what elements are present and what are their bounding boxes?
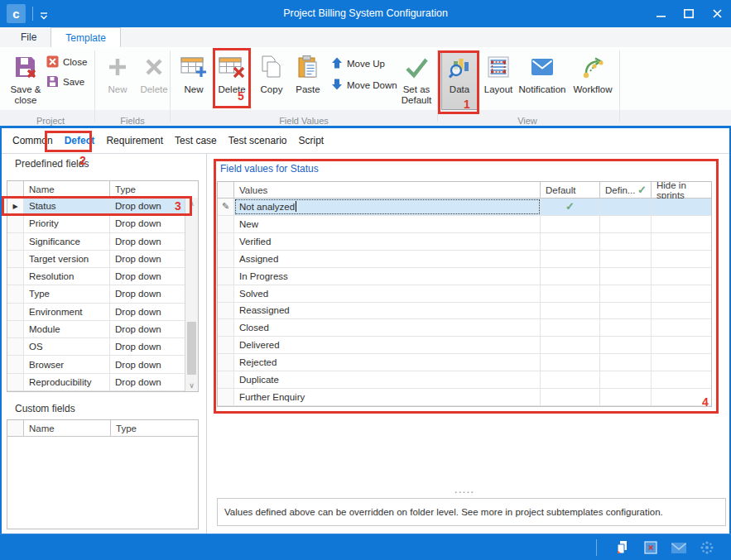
- notification-view-button[interactable]: Notification: [517, 50, 568, 110]
- table-row[interactable]: ModuleDrop down: [7, 321, 185, 338]
- table-row[interactable]: ResolutionDrop down: [7, 268, 185, 285]
- cell-type[interactable]: Drop down: [110, 374, 185, 390]
- cell-name[interactable]: Resolution: [24, 268, 110, 285]
- new-value-button[interactable]: New: [177, 50, 210, 110]
- group-caption-fields: Fields: [95, 116, 170, 126]
- ribbon-tab-file[interactable]: File: [7, 27, 50, 47]
- table-row[interactable]: SignificanceDrop down: [7, 233, 185, 251]
- cell-name[interactable]: Browser: [24, 356, 110, 372]
- cell-name[interactable]: Environment: [24, 304, 110, 320]
- predefined-grid-header: Name Type: [7, 181, 185, 198]
- row-indicator: [7, 356, 24, 372]
- cell-type[interactable]: Drop down: [110, 215, 185, 232]
- workflow-status-icon[interactable]: [698, 538, 716, 557]
- title-bar: c Project Billing System Configuration: [0, 0, 731, 27]
- copy-template-icon[interactable]: [613, 538, 632, 557]
- move-down-button[interactable]: Move Down: [331, 77, 397, 93]
- move-up-icon: [331, 57, 343, 70]
- column-header-name[interactable]: Name: [24, 420, 111, 436]
- layout-view-icon: [486, 53, 511, 81]
- maximize-button[interactable]: [675, 0, 703, 27]
- set-as-default-button[interactable]: Set as Default: [396, 50, 437, 110]
- cell-type[interactable]: Drop down: [110, 338, 185, 355]
- copy-icon: [260, 53, 283, 81]
- ribbon-tab-template[interactable]: Template: [50, 27, 121, 47]
- annotation-number-3: 3: [175, 199, 181, 213]
- annotation-number-5: 5: [238, 89, 244, 103]
- tab-requirement[interactable]: Requirement: [100, 135, 169, 146]
- close-project-icon: [46, 55, 59, 69]
- minimize-button[interactable]: [647, 0, 675, 27]
- custom-fields-grid: Name Type: [7, 419, 199, 529]
- row-indicator: [7, 321, 24, 337]
- mail-status-icon[interactable]: [670, 538, 688, 557]
- workflow-view-icon: [580, 53, 605, 81]
- custom-fields-title: Custom fields: [15, 403, 75, 414]
- table-row[interactable]: OSDrop down: [7, 338, 185, 356]
- close-project-button[interactable]: Close: [46, 54, 87, 70]
- cell-name[interactable]: Reproducibility: [24, 374, 110, 390]
- status-bar: [0, 534, 731, 560]
- window-border-left: [0, 128, 2, 534]
- cell-name[interactable]: Target version: [24, 251, 110, 267]
- tab-test-scenario[interactable]: Test scenario: [223, 135, 293, 146]
- table-row[interactable]: TypeDrop down: [7, 285, 185, 303]
- new-value-icon: [180, 53, 207, 81]
- scrollbar-thumb[interactable]: [187, 322, 196, 375]
- vertical-scrollbar[interactable]: ∧ ∨: [185, 198, 198, 391]
- template-tab-strip: CommonDefectRequirementTest caseTest sce…: [0, 128, 731, 154]
- scroll-down-icon[interactable]: ∨: [185, 380, 198, 391]
- custom-grid-body[interactable]: [7, 437, 198, 529]
- table-row[interactable]: EnvironmentDrop down: [7, 304, 185, 321]
- copy-button[interactable]: Copy: [255, 50, 288, 110]
- group-separator: [619, 50, 620, 122]
- tab-test-case[interactable]: Test case: [169, 135, 223, 146]
- close-button[interactable]: [703, 0, 731, 27]
- footer-note: Values defined above can be overridden o…: [217, 498, 726, 526]
- cell-type[interactable]: Drop down: [110, 304, 185, 320]
- cell-name[interactable]: OS: [24, 338, 110, 355]
- panel-divider: [206, 154, 207, 534]
- splitter-handle[interactable]: .....: [217, 486, 712, 495]
- delete-field-icon: [142, 53, 166, 81]
- new-field-button: New: [101, 50, 134, 110]
- table-row[interactable]: PriorityDrop down: [7, 215, 185, 232]
- layout-view-button[interactable]: Layout: [481, 50, 516, 110]
- table-row[interactable]: BrowserDrop down: [7, 356, 185, 373]
- workflow-view-button[interactable]: Workflow: [570, 50, 616, 110]
- move-up-button[interactable]: Move Up: [331, 55, 385, 72]
- row-indicator: [7, 285, 24, 302]
- row-indicator: [7, 268, 24, 285]
- cell-type[interactable]: Drop down: [110, 285, 185, 302]
- save-button[interactable]: Save: [46, 74, 84, 90]
- column-header-type[interactable]: Type: [111, 420, 198, 436]
- row-indicator: [7, 251, 24, 267]
- cell-type[interactable]: Drop down: [110, 321, 185, 337]
- ribbon-tab-row: FileTemplate: [0, 27, 731, 47]
- cell-type[interactable]: Drop down: [110, 251, 185, 267]
- cell-name[interactable]: Priority: [24, 215, 110, 232]
- tab-script[interactable]: Script: [292, 135, 329, 146]
- annotation-box-defect: [45, 131, 92, 152]
- annotation-number-1: 1: [464, 98, 470, 111]
- window-controls: [647, 0, 731, 27]
- ribbon: Save & close Close Save New Delete New: [0, 47, 731, 126]
- group-caption-field-values: Field Values: [171, 116, 437, 126]
- cell-name[interactable]: Module: [24, 321, 110, 337]
- custom-grid-header: Name Type: [7, 420, 198, 437]
- cell-name[interactable]: Type: [24, 285, 110, 302]
- paste-icon: [296, 53, 320, 81]
- cell-type[interactable]: Drop down: [110, 233, 185, 250]
- cell-type[interactable]: Drop down: [110, 356, 185, 372]
- column-header-type[interactable]: Type: [110, 181, 185, 197]
- paste-button[interactable]: Paste: [291, 50, 325, 110]
- delete-field-button: Delete: [136, 50, 172, 110]
- cell-type[interactable]: Drop down: [110, 268, 185, 285]
- table-row[interactable]: ReproducibilityDrop down: [7, 374, 185, 391]
- table-row[interactable]: Target versionDrop down: [7, 251, 185, 268]
- frame-status-icon[interactable]: [642, 538, 660, 557]
- save-and-close-button[interactable]: Save & close: [7, 50, 45, 110]
- annotation-number-4: 4: [702, 395, 709, 409]
- cell-name[interactable]: Significance: [24, 233, 110, 250]
- column-header-name[interactable]: Name: [24, 181, 110, 197]
